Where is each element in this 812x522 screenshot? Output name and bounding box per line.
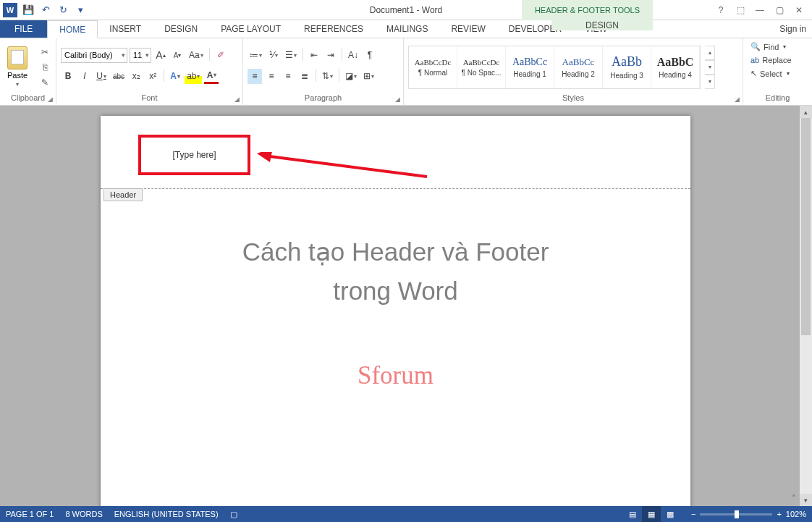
save-icon[interactable]: 💾 xyxy=(20,2,36,18)
tab-home[interactable]: HOME xyxy=(47,20,98,38)
tab-insert[interactable]: INSERT xyxy=(98,20,153,38)
tab-design[interactable]: DESIGN xyxy=(153,20,209,38)
read-mode-icon[interactable]: ▤ xyxy=(623,506,642,522)
select-button[interactable]: ↖Select▾ xyxy=(748,67,808,80)
find-button[interactable]: 🔍Find▾ xyxy=(748,41,808,53)
status-page[interactable]: PAGE 1 OF 1 xyxy=(6,510,54,518)
style-item-2[interactable]: AaBbCcHeading 1 xyxy=(506,46,554,88)
show-marks-button[interactable]: ¶ xyxy=(363,48,377,63)
close-icon[interactable]: ✕ xyxy=(790,4,808,17)
header-tag: Header xyxy=(103,188,143,201)
align-right-button[interactable]: ≡ xyxy=(281,69,295,84)
strikethrough-button[interactable]: abc xyxy=(111,69,127,84)
line-spacing-button[interactable]: ⇅ xyxy=(320,69,335,84)
styles-dialog-launcher[interactable]: ◢ xyxy=(732,95,741,104)
header-placeholder-text: [Type here] xyxy=(172,150,216,160)
scroll-down-icon[interactable]: ▾ xyxy=(800,494,812,506)
sort-button[interactable]: A↓ xyxy=(346,48,360,63)
multilevel-list-button[interactable]: ☰ xyxy=(283,48,299,63)
bold-button[interactable]: B xyxy=(61,69,75,84)
vertical-scrollbar[interactable]: ▴ ▾ xyxy=(800,106,812,506)
tab-file[interactable]: FILE xyxy=(0,20,47,38)
copy-icon[interactable]: ⎘ xyxy=(38,61,52,74)
zoom-in-icon[interactable]: + xyxy=(777,510,781,518)
help-icon[interactable]: ? xyxy=(712,4,729,17)
status-language[interactable]: ENGLISH (UNITED STATES) xyxy=(114,510,219,518)
zoom-out-icon[interactable]: − xyxy=(691,510,695,518)
status-words[interactable]: 8 WORDS xyxy=(65,510,102,518)
paste-icon xyxy=(7,46,28,70)
document-body[interactable]: Cách tạo Header và Footer trong Word Sfo… xyxy=(101,190,690,390)
styles-scroll-up[interactable]: ▴ xyxy=(705,46,715,60)
svg-line-0 xyxy=(264,156,427,177)
styles-gallery: AaBbCcDc¶ NormalAaBbCcDc¶ No Spac...AaBb… xyxy=(408,46,701,89)
page[interactable]: [Type here] Header Cách tạo Header và Fo… xyxy=(101,116,690,506)
text-effects-button[interactable]: A xyxy=(168,69,182,84)
numbering-button[interactable]: ⅟ xyxy=(266,48,281,63)
group-label-editing: Editing xyxy=(748,93,808,104)
underline-button[interactable]: U xyxy=(94,69,109,84)
tab-review[interactable]: REVIEW xyxy=(439,20,496,38)
change-case-button[interactable]: Aa xyxy=(187,48,206,63)
qat-more-icon[interactable]: ▾ xyxy=(72,2,88,18)
increase-indent-button[interactable]: ⇥ xyxy=(323,48,338,63)
clear-formatting-button[interactable]: ✐ xyxy=(213,48,228,63)
redo-icon[interactable]: ↻ xyxy=(55,2,71,18)
italic-button[interactable]: I xyxy=(77,69,92,84)
tab-header-footer-design[interactable]: DESIGN xyxy=(551,20,653,30)
superscript-button[interactable]: x² xyxy=(145,69,160,84)
macro-recording-icon[interactable]: ▢ xyxy=(230,510,237,519)
header-zone[interactable]: [Type here] xyxy=(101,116,690,190)
web-layout-icon[interactable]: ▩ xyxy=(661,506,680,522)
align-center-button[interactable]: ≡ xyxy=(264,69,279,84)
collapse-ribbon-icon[interactable]: ˄ xyxy=(792,494,796,503)
shading-button[interactable]: ◪ xyxy=(343,69,359,84)
header-placeholder-box[interactable]: [Type here] xyxy=(138,135,250,175)
zoom-slider[interactable] xyxy=(700,513,772,515)
ribbon-options-icon[interactable]: ⬚ xyxy=(732,4,749,17)
highlight-button[interactable]: ab xyxy=(185,69,202,84)
clipboard-dialog-launcher[interactable]: ◢ xyxy=(46,95,54,104)
print-layout-icon[interactable]: ▦ xyxy=(642,506,661,522)
style-item-5[interactable]: AaBbCHeading 4 xyxy=(651,46,700,88)
font-color-button[interactable]: A xyxy=(204,69,219,84)
subscript-button[interactable]: x₂ xyxy=(129,69,143,84)
styles-scroll-down[interactable]: ▾ xyxy=(705,60,715,75)
font-size-combo[interactable]: 11 xyxy=(130,48,151,63)
decrease-indent-button[interactable]: ⇤ xyxy=(307,48,321,63)
scroll-thumb[interactable] xyxy=(801,118,811,335)
undo-icon[interactable]: ↶ xyxy=(38,2,54,18)
quick-access-toolbar: 💾 ↶ ↻ ▾ xyxy=(20,2,88,18)
grow-font-button[interactable]: A▴ xyxy=(153,48,168,63)
font-name-combo[interactable]: Calibri (Body) xyxy=(61,48,127,63)
bullets-button[interactable]: ≔ xyxy=(248,48,264,63)
zoom-handle[interactable] xyxy=(735,510,739,518)
style-item-4[interactable]: AaBbHeading 3 xyxy=(603,46,651,88)
view-buttons: ▤ ▦ ▩ xyxy=(623,506,680,522)
ribbon: Paste ▾ ✂ ⎘ ✎ Clipboard ◢ Calibri (Body)… xyxy=(0,38,812,106)
sign-in-link[interactable]: Sign in xyxy=(779,20,806,38)
styles-expand[interactable]: ▾ xyxy=(705,75,715,89)
align-left-button[interactable]: ≡ xyxy=(248,69,262,84)
paste-button[interactable]: Paste ▾ xyxy=(4,45,30,89)
tab-page-layout[interactable]: PAGE LAYOUT xyxy=(209,20,292,38)
maximize-icon[interactable]: ▢ xyxy=(771,4,788,17)
style-item-3[interactable]: AaBbCcHeading 2 xyxy=(554,46,603,88)
zoom-level[interactable]: 102% xyxy=(786,510,806,518)
tab-mailings[interactable]: MAILINGS xyxy=(375,20,439,38)
scroll-up-icon[interactable]: ▴ xyxy=(800,106,812,118)
tab-references[interactable]: REFERENCES xyxy=(292,20,375,38)
style-item-1[interactable]: AaBbCcDc¶ No Spac... xyxy=(457,46,506,88)
style-item-0[interactable]: AaBbCcDc¶ Normal xyxy=(409,46,457,88)
justify-button[interactable]: ≣ xyxy=(297,69,312,84)
format-painter-icon[interactable]: ✎ xyxy=(38,76,52,89)
font-dialog-launcher[interactable]: ◢ xyxy=(232,95,241,104)
replace-button[interactable]: abReplace xyxy=(748,54,808,66)
paragraph-dialog-launcher[interactable]: ◢ xyxy=(393,95,402,104)
cut-icon[interactable]: ✂ xyxy=(38,46,52,59)
shrink-font-button[interactable]: A▾ xyxy=(170,48,185,63)
group-label-paragraph: Paragraph xyxy=(248,93,399,104)
borders-button[interactable]: ⊞ xyxy=(361,69,376,84)
minimize-icon[interactable]: — xyxy=(751,4,769,17)
group-styles: AaBbCcDc¶ NormalAaBbCcDc¶ No Spac...AaBb… xyxy=(404,38,743,105)
